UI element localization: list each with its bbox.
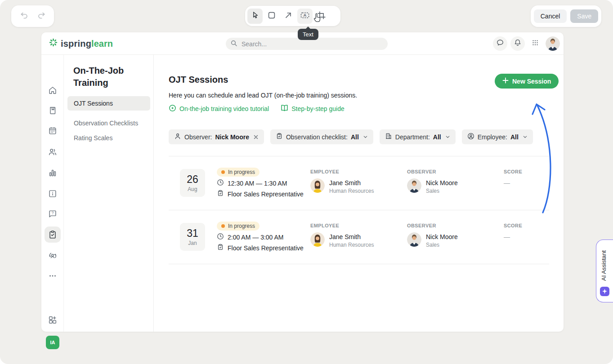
ai-assistant-label: AI Assistant xyxy=(600,246,607,285)
header-actions xyxy=(493,36,560,51)
session-checklist-label: Floor Sales Representative xyxy=(228,191,304,198)
arrow-tool-button[interactable] xyxy=(281,9,296,24)
text-tool-tooltip: Text xyxy=(298,29,318,40)
grid-plus-icon xyxy=(48,315,58,325)
filter-value: All xyxy=(351,133,359,141)
rail-users-button[interactable] xyxy=(47,146,58,157)
employee-department: Human Resources xyxy=(329,188,374,194)
nav-item-ojt-sessions[interactable]: OJT Sessions xyxy=(67,96,150,111)
filter-observation-checklist[interactable]: Observation checklist: All xyxy=(270,129,373,144)
observer-avatar xyxy=(407,178,421,193)
rail-calendar-button[interactable] xyxy=(47,125,58,136)
rail-kiosk-button[interactable] xyxy=(47,188,58,199)
link-label: Step-by-step guide xyxy=(291,105,345,112)
redo-icon xyxy=(36,10,46,22)
nav-item-label: Rating Scales xyxy=(74,134,112,142)
question-bubble-icon: ? xyxy=(48,209,58,219)
text-tool-button[interactable]: A xyxy=(297,9,313,24)
rail-home-button[interactable] xyxy=(47,85,58,96)
chat-bubble-icon xyxy=(496,38,505,49)
remove-filter-icon[interactable] xyxy=(253,134,259,140)
cancel-save-bar: Cancel Save xyxy=(531,5,601,27)
session-row[interactable]: 26 Aug In progress 12:30 AM — 1:30 AM Fl… xyxy=(169,156,549,210)
notifications-button[interactable] xyxy=(510,36,525,51)
session-time: 12:30 AM — 1:30 AM xyxy=(217,179,287,187)
ia-workspace-badge[interactable]: IA xyxy=(46,336,59,349)
cursor-tool-button[interactable] xyxy=(247,9,263,24)
cursor-icon xyxy=(250,10,260,22)
session-month: Jan xyxy=(188,240,197,246)
column-header-score: SCORE xyxy=(504,169,522,174)
session-checklist: Floor Sales Representative xyxy=(217,190,304,198)
icon-rail: ? IA xyxy=(41,55,64,332)
session-day: 31 xyxy=(187,227,198,240)
redo-button[interactable] xyxy=(36,10,46,22)
main-content: OJT Sessions Here you can schedule and l… xyxy=(154,55,564,332)
rail-help-button[interactable]: ? xyxy=(47,209,58,219)
session-row[interactable]: 31 Jan In progress 2:00 AM — 3:00 AM Flo… xyxy=(169,210,549,264)
rectangle-tool-button[interactable] xyxy=(264,9,279,24)
search-input[interactable] xyxy=(241,40,383,48)
nav-item-rating-scales[interactable]: Rating Scales xyxy=(67,131,150,145)
observer-department: Sales xyxy=(426,242,458,248)
status-dot-icon xyxy=(221,224,225,228)
svg-text:A: A xyxy=(304,13,307,18)
users-icon xyxy=(48,147,58,157)
chevron-down-icon xyxy=(523,134,528,139)
nav-item-observation-checklists[interactable]: Observation Checklists xyxy=(67,116,150,130)
column-header-employee: EMPLOYEE xyxy=(310,169,339,174)
page-description: Here you can schedule and lead OJT (on-t… xyxy=(169,92,357,99)
module-title: On-The-Job Training xyxy=(73,65,143,89)
rail-reports-button[interactable] xyxy=(47,168,58,178)
filter-label: Employee: xyxy=(478,133,507,141)
session-checklist: Floor Sales Representative xyxy=(217,244,304,252)
cancel-button[interactable]: Cancel xyxy=(534,9,567,23)
apps-grid-button[interactable] xyxy=(528,36,542,51)
plus-icon xyxy=(502,77,509,85)
employee-name: Jane Smith xyxy=(329,233,374,240)
new-session-button[interactable]: New Session xyxy=(495,74,559,89)
person-icon xyxy=(174,133,181,141)
rail-more-button[interactable] xyxy=(47,271,58,281)
clipboard-check-icon xyxy=(217,244,224,252)
observer-department: Sales xyxy=(426,188,458,194)
svg-text:?: ? xyxy=(52,211,54,215)
bell-icon xyxy=(513,38,522,49)
info-card-icon xyxy=(48,189,58,199)
home-icon xyxy=(49,87,56,93)
user-avatar[interactable] xyxy=(546,36,560,51)
rail-360-review-button[interactable] xyxy=(47,250,58,261)
observer-name: Nick Moore xyxy=(426,179,458,186)
book-open-icon xyxy=(281,104,288,113)
sessions-table: 26 Aug In progress 12:30 AM — 1:30 AM Fl… xyxy=(169,156,549,264)
status-badge: In progress xyxy=(217,168,260,177)
undo-redo-bar xyxy=(11,5,54,27)
rail-ojt-button[interactable] xyxy=(45,226,61,243)
undo-icon xyxy=(19,10,29,22)
observer-cell: Nick MooreSales xyxy=(407,178,458,194)
text-icon: A xyxy=(300,10,310,22)
ispring-learn-logo[interactable]: ispringlearn xyxy=(49,32,113,55)
save-button[interactable]: Save xyxy=(570,9,598,23)
step-by-step-guide-link[interactable]: Step-by-step guide xyxy=(281,104,345,113)
app-window: ispringlearn ? xyxy=(41,32,564,332)
session-time-label: 2:00 AM — 3:00 AM xyxy=(228,234,284,241)
rail-add-apps-button[interactable] xyxy=(47,315,58,325)
undo-button[interactable] xyxy=(19,10,29,22)
filter-value: All xyxy=(433,133,441,141)
video-tutorial-link[interactable]: On-the-job training video tutorial xyxy=(169,104,269,113)
rail-courses-button[interactable] xyxy=(47,105,58,116)
ai-assistant-tab[interactable]: AI Assistant xyxy=(596,240,613,302)
session-checklist-label: Floor Sales Representative xyxy=(228,244,304,252)
grid-dots-icon xyxy=(531,39,539,49)
clock-icon xyxy=(217,179,224,187)
observer-name: Nick Moore xyxy=(426,233,458,240)
messages-button[interactable] xyxy=(493,36,507,51)
filter-observer[interactable]: Observer: Nick Moore xyxy=(169,129,264,144)
search-icon xyxy=(230,40,237,49)
filter-employee[interactable]: Employee: All xyxy=(462,129,533,144)
employee-avatar xyxy=(310,232,325,247)
session-time: 2:00 AM — 3:00 AM xyxy=(217,233,284,241)
employee-cell: Jane SmithHuman Resources xyxy=(310,178,374,194)
filter-department[interactable]: Department: All xyxy=(380,129,456,144)
